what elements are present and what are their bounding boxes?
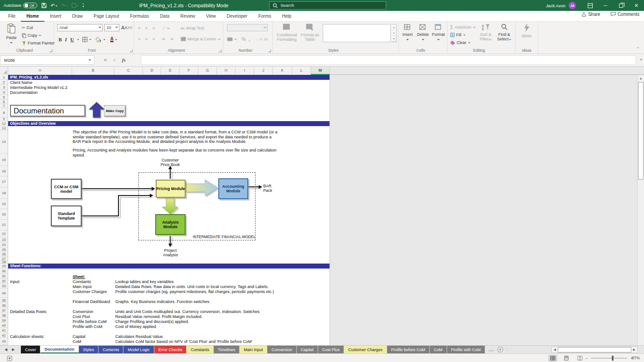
insert-function-button[interactable]: fx [122, 58, 126, 63]
decrease-decimal-button[interactable]: .00 [263, 35, 268, 43]
select-all-corner[interactable] [0, 67, 8, 75]
column-header-e[interactable]: E [161, 67, 180, 75]
number-format-select[interactable] [227, 24, 268, 31]
page-break-view-button[interactable] [575, 355, 585, 362]
row-header-15[interactable]: 15 [0, 154, 8, 166]
row-header-4[interactable]: 4 [0, 90, 8, 95]
sheet-tab-timelines[interactable]: Timelines [214, 346, 240, 353]
font-color-button[interactable]: A [110, 36, 118, 43]
row-header-21[interactable]: 21 [0, 220, 8, 230]
insert-cells-button[interactable]: Insert [400, 24, 415, 41]
column-header-l[interactable]: L [292, 67, 311, 75]
fill-color-button[interactable] [96, 36, 106, 43]
orientation-button[interactable]: ⟋ [162, 24, 170, 32]
confirm-entry-icon[interactable]: ✓ [113, 58, 116, 63]
comments-button[interactable]: Comments [610, 12, 639, 17]
sheet-tab-capital[interactable]: Capital [297, 346, 318, 353]
decrease-font-icon[interactable]: A˅ [128, 24, 133, 31]
zoom-out-icon[interactable]: − [585, 356, 588, 361]
row-header-25[interactable]: 25 [0, 247, 8, 252]
row-header-37[interactable]: 37 [0, 308, 8, 313]
font-name-select[interactable]: Arial [57, 24, 103, 31]
row-header-24[interactable]: 24 [0, 242, 8, 247]
sheet-tab-cover[interactable]: Cover [21, 346, 40, 353]
sheet-tab-error-checks[interactable]: Error Checks [154, 346, 187, 353]
ribbon-tab-file[interactable]: File [3, 11, 21, 22]
cut-button[interactable]: ✂Cut [22, 24, 33, 31]
avatar[interactable]: JA [569, 2, 576, 9]
ribbon-tab-insert[interactable]: Insert [44, 11, 67, 22]
font-dialog-launcher[interactable] [130, 49, 133, 52]
next-sheet-icon[interactable]: ▶ [12, 347, 15, 352]
find-select-button[interactable]: Find & Select [495, 24, 514, 41]
column-header-g[interactable]: G [198, 67, 217, 75]
merge-center-button[interactable]: Merge & Center [181, 35, 221, 43]
styles-gallery-scroll[interactable]: ▲▼▼̲ [392, 24, 397, 42]
sheet-tab-main-input[interactable]: Main Input [240, 346, 267, 353]
formula-input[interactable] [141, 55, 636, 65]
row-header-35[interactable]: 35 [0, 298, 8, 303]
row-header-32[interactable]: 32 [0, 279, 8, 284]
clear-button[interactable]: Clear [450, 39, 471, 46]
ribbon-tab-review[interactable]: Review [175, 11, 201, 22]
row-header-39[interactable]: 39 [0, 318, 8, 323]
cancel-entry-icon[interactable]: ✕ [103, 58, 107, 63]
number-dialog-launcher[interactable] [268, 49, 271, 52]
row-header-7[interactable]: 7 [0, 104, 8, 108]
row-header-3[interactable]: 3 [0, 85, 8, 90]
row-header-36[interactable]: 36 [0, 303, 8, 308]
row-header-43[interactable]: 43 [0, 338, 8, 345]
row-header-2[interactable]: 2 [0, 80, 8, 85]
row-header-29[interactable]: 29 [0, 264, 8, 269]
sheet-tab-profile-before-com[interactable]: Profile before CoM [387, 346, 430, 353]
normal-view-button[interactable] [548, 355, 557, 362]
wrap-text-button[interactable]: abWrap Text [181, 24, 204, 32]
inking-button[interactable]: ▾ [72, 3, 79, 8]
ideas-button[interactable]: Ideas [517, 24, 536, 38]
undo-button[interactable]: ↶▾ [51, 3, 57, 9]
sheet-tab-customer-charges[interactable]: Customer Charges [344, 346, 387, 353]
accounting-format-button[interactable] [227, 35, 237, 43]
format-painter-button[interactable]: Format Painter [22, 39, 55, 47]
user-name[interactable]: Jack Avon [546, 3, 565, 8]
row-header-41[interactable]: 41 [0, 328, 8, 333]
sheet-tab-styles[interactable]: Styles [79, 346, 99, 353]
ribbon-tab-help[interactable]: Help [277, 11, 297, 22]
ribbon-tab-page-layout[interactable]: Page Layout [88, 11, 124, 22]
zoom-level[interactable]: 87% [632, 356, 640, 360]
ribbon-tab-forms[interactable]: Forms [253, 11, 276, 22]
column-header-h[interactable]: H [217, 67, 236, 75]
italic-button[interactable]: I [65, 36, 67, 43]
scroll-up-icon[interactable]: ▲ [638, 75, 644, 82]
sheet-canvas[interactable]: IPM_Pricing_v1.2.xls Client Name Interme… [8, 75, 330, 345]
row-header-31[interactable]: 31 [0, 274, 8, 279]
sheet-tab-model-logic[interactable]: Model Logic [123, 346, 154, 353]
cell-styles-gallery[interactable] [323, 24, 391, 42]
close-button[interactable]: ✕ [629, 0, 644, 11]
align-right-icon[interactable]: ≡ [152, 35, 155, 43]
row-header-20[interactable]: 20 [0, 209, 8, 220]
alignment-dialog-launcher[interactable] [219, 49, 221, 52]
customize-qat-button[interactable]: ▾ [83, 4, 84, 8]
page-layout-view-button[interactable] [562, 355, 571, 362]
search-input[interactable]: Search [269, 1, 386, 10]
autosave-toggle[interactable]: AutoSave Off [4, 3, 37, 8]
align-bottom-icon[interactable]: ≡ [152, 24, 155, 32]
ribbon-tab-formulas[interactable]: Formulas [124, 11, 154, 22]
ribbon-tab-view[interactable]: View [201, 11, 221, 22]
ribbon-tab-developer[interactable]: Developer [221, 11, 253, 22]
column-header-d[interactable]: D [143, 67, 161, 75]
row-header-30[interactable]: 30 [0, 269, 8, 274]
row-header-42[interactable]: 42 [0, 333, 8, 338]
row-header-14[interactable]: 14 [0, 130, 8, 154]
align-left-icon[interactable]: ≡ [138, 35, 140, 43]
name-box[interactable]: M186 [0, 55, 94, 65]
row-header-26[interactable]: 26 [0, 252, 8, 257]
row-header-13[interactable]: 13 [0, 126, 8, 130]
make-copy-button[interactable]: Make Copy [104, 105, 126, 117]
sheet-tab-com[interactable]: CoM [430, 346, 447, 353]
ribbon-tab-data[interactable]: Data [154, 11, 175, 22]
row-header-23[interactable]: 23 [0, 237, 8, 242]
new-sheet-button[interactable]: + [497, 347, 503, 352]
sheet-tab-documentation[interactable]: Documentation [40, 346, 79, 353]
